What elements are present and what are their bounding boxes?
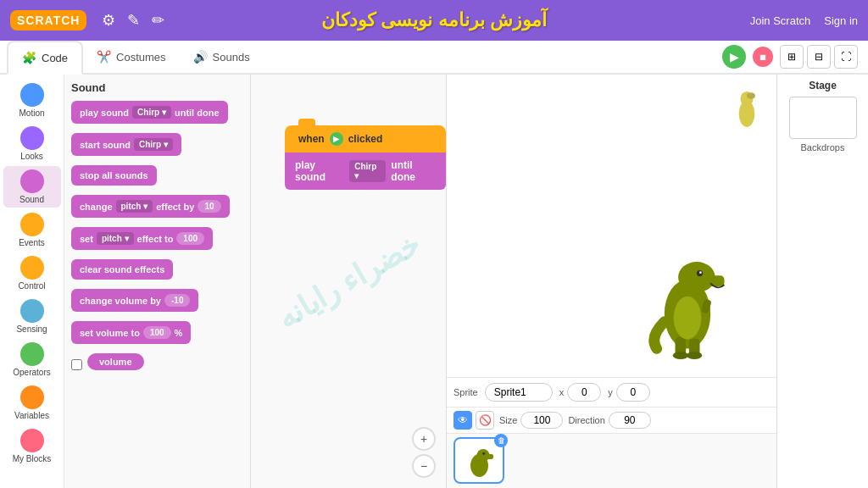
- direction-input[interactable]: [609, 412, 651, 429]
- topbar-icons: ⚙ ✎ ✏: [102, 11, 164, 30]
- until-done-script-label: until done: [391, 159, 436, 183]
- dino-small-sprite: [730, 87, 764, 130]
- delete-sprite-button[interactable]: 🗑: [494, 434, 508, 447]
- sensing-label: Sensing: [16, 324, 47, 334]
- sound-dot: [20, 169, 44, 193]
- x-coord-group: x: [559, 383, 602, 402]
- large-stage-button[interactable]: ⊟: [807, 45, 831, 69]
- topbar-right: Join Scratch Sign in: [750, 14, 858, 27]
- svg-rect-4: [748, 103, 751, 112]
- scratch-logo[interactable]: SCRATCH: [10, 10, 86, 30]
- clear-effects-block[interactable]: clear sound effects: [71, 259, 173, 280]
- edit-icon[interactable]: ✎: [127, 11, 140, 30]
- dinosaur-sprite: [641, 237, 734, 360]
- x-label: x: [559, 387, 565, 397]
- operators-label: Operators: [13, 368, 50, 377]
- chirp-dropdown-1[interactable]: Chirp ▾: [132, 106, 171, 119]
- svg-point-16: [674, 297, 702, 340]
- when-flag-clicked-block[interactable]: when ▶ clicked: [285, 125, 446, 152]
- control-dot: [20, 256, 44, 280]
- control-label: Control: [18, 281, 45, 291]
- pitch-value[interactable]: 10: [198, 200, 220, 213]
- x-input[interactable]: [567, 383, 601, 402]
- page-title: آموزش برنامه نویسی کودکان: [321, 9, 546, 31]
- script-area: خضراء رایانه when ▶ clicked play sound C…: [251, 75, 446, 488]
- y-input[interactable]: [616, 383, 650, 402]
- change-volume-block[interactable]: change volume by -10: [71, 289, 198, 312]
- change-volume-label: change volume by: [80, 296, 161, 306]
- pitch-dropdown-1[interactable]: pitch ▾: [116, 200, 153, 213]
- sprite-thumb-image: [460, 441, 498, 480]
- sidebar-item-control[interactable]: Control: [3, 252, 61, 294]
- show-button[interactable]: 👁: [453, 411, 472, 430]
- volume-checkbox[interactable]: [71, 359, 82, 370]
- direction-prop: Direction: [568, 411, 650, 430]
- stage-thumbnail[interactable]: [789, 97, 857, 139]
- size-input[interactable]: [520, 412, 563, 429]
- small-stage-button[interactable]: ⊞: [780, 45, 804, 69]
- zoom-in-button[interactable]: +: [412, 427, 436, 451]
- green-flag-button[interactable]: ▶: [722, 45, 746, 69]
- sidebar-item-variables[interactable]: Variables: [3, 382, 61, 424]
- effect-to-label: effect to: [137, 234, 174, 244]
- percent-label: %: [175, 328, 183, 338]
- change-pitch-block[interactable]: change pitch ▾ effect by 10: [71, 195, 230, 218]
- pitch-value-2[interactable]: 100: [176, 232, 204, 245]
- when-label: when: [298, 133, 325, 145]
- pitch-dropdown-2[interactable]: pitch ▾: [97, 232, 134, 245]
- events-dot: [20, 213, 44, 236]
- size-prop: Size: [499, 411, 563, 430]
- tabbar: 🧩 Code ✂️ Costumes 🔊 Sounds ▶ ⏹ ⊞ ⊟ ⛶: [0, 41, 868, 75]
- stop-button[interactable]: ⏹: [753, 47, 773, 67]
- gear-icon[interactable]: ⚙: [102, 11, 115, 30]
- clicked-label: clicked: [348, 133, 383, 145]
- sprite-name-input[interactable]: [485, 383, 553, 402]
- sidebar-item-events[interactable]: Events: [3, 209, 61, 251]
- tab-costumes[interactable]: ✂️ Costumes: [83, 41, 180, 73]
- zoom-out-button[interactable]: −: [412, 454, 436, 478]
- flag-icon: ▶: [330, 132, 343, 146]
- play-sound-until-done-block[interactable]: play sound Chirp ▾ until done: [71, 101, 228, 124]
- tab-code[interactable]: 🧩 Code: [7, 41, 83, 75]
- clear-effects-label: clear sound effects: [80, 264, 164, 274]
- sidebar-item-motion[interactable]: Motion: [3, 80, 61, 121]
- start-sound-label: start sound: [80, 140, 131, 150]
- change-label: change: [80, 202, 113, 212]
- join-scratch-link[interactable]: Join Scratch: [750, 14, 811, 27]
- chirp-script-dropdown[interactable]: Chirp ▾: [349, 160, 386, 182]
- sidebar-item-sensing[interactable]: Sensing: [3, 296, 61, 337]
- stop-all-sounds-block[interactable]: stop all sounds: [71, 165, 157, 186]
- pencil-icon[interactable]: ✏: [152, 11, 164, 30]
- start-sound-block[interactable]: start sound Chirp ▾: [71, 133, 181, 156]
- fullscreen-button[interactable]: ⛶: [834, 45, 858, 69]
- sprite-thumbnail[interactable]: 🗑: [453, 437, 504, 484]
- sidebar-item-sound[interactable]: Sound: [3, 166, 61, 208]
- sound-label: Sound: [19, 195, 44, 204]
- size-label: Size: [499, 415, 517, 425]
- when-flag-block-group: when ▶ clicked play sound Chirp ▾ until …: [285, 125, 446, 190]
- play-sound-script-block[interactable]: play sound Chirp ▾ until done: [285, 152, 446, 190]
- tab-sounds[interactable]: 🔊 Sounds: [180, 41, 264, 73]
- sidebar-item-operators[interactable]: Operators: [3, 339, 61, 380]
- chirp-dropdown-2[interactable]: Chirp ▾: [134, 138, 173, 151]
- operators-dot: [20, 342, 44, 366]
- volume-value[interactable]: 100: [143, 326, 171, 339]
- topbar: SCRATCH ⚙ ✎ ✏ آموزش برنامه نویسی کودکان …: [0, 0, 868, 41]
- hide-button[interactable]: 🚫: [476, 411, 494, 430]
- set-pitch-block[interactable]: set pitch ▾ effect to 100: [71, 227, 213, 250]
- volume-change-value[interactable]: -10: [164, 294, 190, 307]
- volume-oval-label: volume: [99, 357, 132, 367]
- sidebar-item-myblocks[interactable]: My Blocks: [3, 425, 61, 467]
- svg-point-2: [747, 92, 755, 99]
- svg-rect-3: [743, 103, 746, 112]
- until-done-label: until done: [175, 108, 220, 118]
- sprite-text-label: Sprite: [453, 387, 478, 397]
- sign-in-link[interactable]: Sign in: [824, 14, 858, 27]
- script-blocks-container: when ▶ clicked play sound Chirp ▾ until …: [285, 125, 446, 190]
- set-volume-block[interactable]: set volume to 100 %: [71, 321, 191, 344]
- sensing-dot: [20, 299, 44, 323]
- sidebar-item-looks[interactable]: Looks: [3, 123, 61, 164]
- stage-column: Sprite x y 👁 🚫 Size: [446, 75, 776, 488]
- sprite-list-area: 🗑: [447, 433, 776, 488]
- volume-oval-block[interactable]: volume: [87, 353, 144, 370]
